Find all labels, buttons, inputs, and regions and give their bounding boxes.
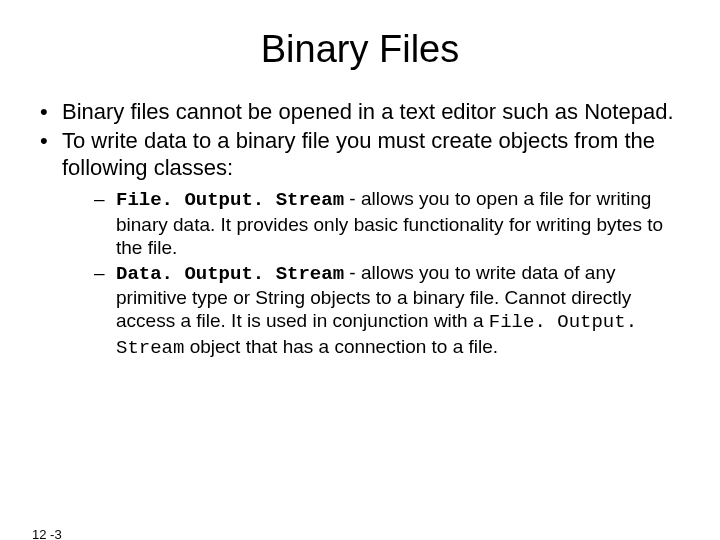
sub-bullet-item: File. Output. Stream - allows you to ope… [62,187,690,259]
content-area: Binary files cannot be opened in a text … [0,99,720,360]
bullet-text: object that has a connection to a file. [184,336,498,357]
bullet-text: Binary files cannot be opened in a text … [62,99,674,124]
sub-bullet-item: Data. Output. Stream - allows you to wri… [62,261,690,360]
page-number: 12 -3 [32,527,62,540]
sub-bullet-list: File. Output. Stream - allows you to ope… [62,187,690,359]
bullet-item: To write data to a binary file you must … [30,128,690,360]
code-text: File. Output. Stream [116,189,344,211]
bullet-text: To write data to a binary file you must … [62,128,655,180]
slide: Binary Files Binary files cannot be open… [0,28,720,540]
code-text: Data. Output. Stream [116,263,344,285]
page-title: Binary Files [0,28,720,71]
bullet-item: Binary files cannot be opened in a text … [30,99,690,126]
bullet-list: Binary files cannot be opened in a text … [30,99,690,360]
